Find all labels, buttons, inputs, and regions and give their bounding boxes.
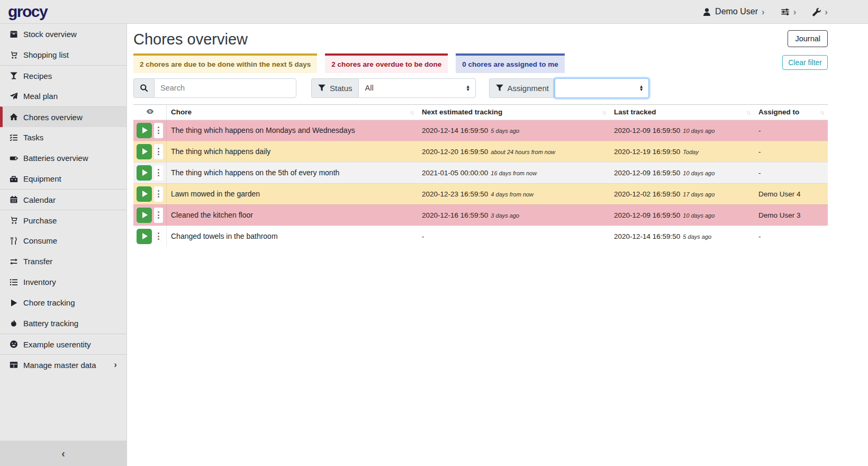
play-icon [142, 169, 148, 176]
row-menu-button[interactable] [154, 208, 163, 223]
checklist-icon [7, 133, 20, 142]
sort-icon: ↑↓ [410, 109, 413, 115]
last-tracked-cell: 2020-12-19 16:59:50Today [610, 141, 754, 162]
sidebar-item-purchase[interactable]: Purchase [0, 210, 126, 230]
paper-plane-icon [7, 92, 20, 101]
assignment-filter-label: Assignment [489, 78, 555, 98]
sidebar-collapse-button[interactable]: ‹ [0, 441, 126, 466]
play-icon [7, 299, 20, 307]
user-menu[interactable]: Demo User › [702, 7, 765, 16]
clear-filter-button[interactable]: Clear filter [782, 55, 828, 70]
next-tracking-cell: 2020-12-23 16:59:504 days from now [418, 183, 610, 204]
search-group [133, 78, 296, 98]
sidebar-item-stock-overview[interactable]: Stock overview [0, 24, 126, 44]
search-input[interactable] [154, 78, 296, 98]
chore-row: Changed towels in the bathroom - 2020-12… [133, 226, 828, 247]
chore-name: Changed towels in the bathroom [167, 226, 418, 247]
track-chore-button[interactable] [137, 208, 152, 223]
sidebar-item-transfer[interactable]: Transfer [0, 251, 126, 272]
last-tracked-cell: 2020-12-09 16:59:5010 days ago [610, 120, 754, 141]
sort-icon: ↑↓ [820, 109, 824, 115]
play-icon [142, 127, 148, 133]
play-icon [142, 212, 148, 218]
sliders-icon [781, 7, 790, 16]
user-name: Demo User [715, 7, 758, 16]
select-arrows-icon: ▲▼ [466, 85, 470, 91]
column-header-chore[interactable]: Chore↑↓ [167, 104, 418, 120]
last-tracked-cell: 2020-12-09 16:59:5010 days ago [610, 162, 754, 183]
funnel-icon [495, 84, 504, 92]
utensils-icon [7, 237, 20, 245]
settings-menu[interactable]: › [781, 7, 797, 16]
status-filter-label: Status [311, 78, 358, 98]
sidebar-item-equipment[interactable]: Equipment [0, 168, 126, 189]
sidebar-item-recipes[interactable]: Recipes [0, 65, 126, 86]
next-tracking-cell: 2021-01-05 00:00:0016 days from now [418, 162, 610, 183]
column-header-next[interactable]: Next estimated tracking↑↓ [418, 104, 610, 120]
list-icon [7, 278, 20, 286]
chevron-right-icon: › [762, 7, 765, 16]
assigned-to-cell: Demo User 3 [754, 204, 828, 226]
filter-row: Status All ▲▼ Assignment ▲▼ [133, 78, 828, 98]
app-logo[interactable]: grocy [8, 4, 47, 20]
sidebar-item-inventory[interactable]: Inventory [0, 272, 126, 292]
cart-icon [7, 51, 20, 59]
sidebar-item-chores-overview[interactable]: Chores overview [0, 106, 126, 127]
table-body: The thing which happens on Mondays and W… [133, 120, 828, 247]
row-menu-button[interactable] [154, 186, 163, 202]
status-select[interactable]: All ▲▼ [358, 78, 476, 98]
table-header-row: Chore↑↓Next estimated tracking↑↓Last tra… [133, 104, 828, 120]
banner-overdue[interactable]: 2 chores are overdue to be done [325, 53, 448, 73]
assigned-to-cell: - [754, 141, 828, 162]
sidebar-item-batteries-overview[interactable]: Batteries overview [0, 148, 126, 168]
row-menu-button[interactable] [154, 144, 163, 159]
assignment-filter-group: Assignment ▲▼ [489, 78, 649, 98]
last-tracked-cell: 2020-12-14 16:59:505 days ago [610, 226, 754, 247]
cocktail-icon [7, 71, 20, 80]
chevron-right-icon: › [793, 7, 797, 16]
sidebar: Stock overview Shopping list Recipes Mea… [0, 24, 127, 466]
play-icon [142, 233, 148, 239]
person-icon [702, 7, 711, 16]
track-chore-button[interactable] [137, 123, 152, 138]
track-chore-button[interactable] [137, 186, 152, 202]
sidebar-item-chore-tracking[interactable]: Chore tracking [0, 292, 126, 313]
assignment-select[interactable]: ▲▼ [555, 78, 649, 98]
sidebar-item-battery-tracking[interactable]: Battery tracking [0, 313, 126, 334]
chore-name: The thing which happens on Mondays and W… [167, 120, 418, 141]
sort-icon: ↑↓ [746, 109, 750, 115]
last-tracked-cell: 2020-12-02 16:59:5017 days ago [610, 183, 754, 204]
track-chore-button[interactable] [137, 165, 152, 181]
row-menu-button[interactable] [154, 123, 163, 138]
chores-table: Chore↑↓Next estimated tracking↑↓Last tra… [133, 104, 828, 247]
row-menu-button[interactable] [154, 229, 163, 244]
row-menu-button[interactable] [154, 165, 163, 181]
next-tracking-cell: - [418, 226, 610, 247]
sidebar-item-calendar[interactable]: Calendar [0, 189, 126, 210]
journal-button[interactable]: Journal [788, 30, 828, 47]
home-icon [7, 113, 20, 121]
next-tracking-cell: 2020-12-14 16:59:505 days ago [418, 120, 610, 141]
column-header-assigned[interactable]: Assigned to↑↓ [754, 104, 828, 120]
search-icon [140, 84, 148, 92]
sidebar-item-shopping-list[interactable]: Shopping list [0, 44, 126, 65]
sidebar-item-meal-plan[interactable]: Meal plan [0, 86, 126, 106]
track-chore-button[interactable] [137, 144, 152, 159]
assigned-to-cell: - [754, 120, 828, 141]
chore-name: Cleaned the kitchen floor [167, 204, 418, 226]
sidebar-item-tasks[interactable]: Tasks [0, 127, 126, 148]
sidebar-item-example-userentity[interactable]: Example userentity [0, 334, 126, 354]
banner-assigned[interactable]: 0 chores are assigned to me [456, 53, 565, 73]
column-header-last[interactable]: Last tracked↑↓ [610, 104, 754, 120]
assigned-to-cell: Demo User 4 [754, 183, 828, 204]
track-chore-button[interactable] [137, 229, 152, 244]
last-tracked-cell: 2020-12-09 16:59:5010 days ago [610, 204, 754, 226]
play-icon [142, 148, 148, 155]
admin-menu[interactable]: › [812, 7, 828, 16]
banner-due[interactable]: 2 chores are due to be done within the n… [133, 53, 317, 73]
sidebar-item-manage-master-data[interactable]: Manage master data › [0, 354, 126, 375]
sidebar-item-consume[interactable]: Consume [0, 230, 126, 251]
top-bar: grocy Demo User › › › [0, 0, 868, 24]
column-header-actions [133, 104, 167, 120]
wrench-icon [812, 7, 821, 16]
